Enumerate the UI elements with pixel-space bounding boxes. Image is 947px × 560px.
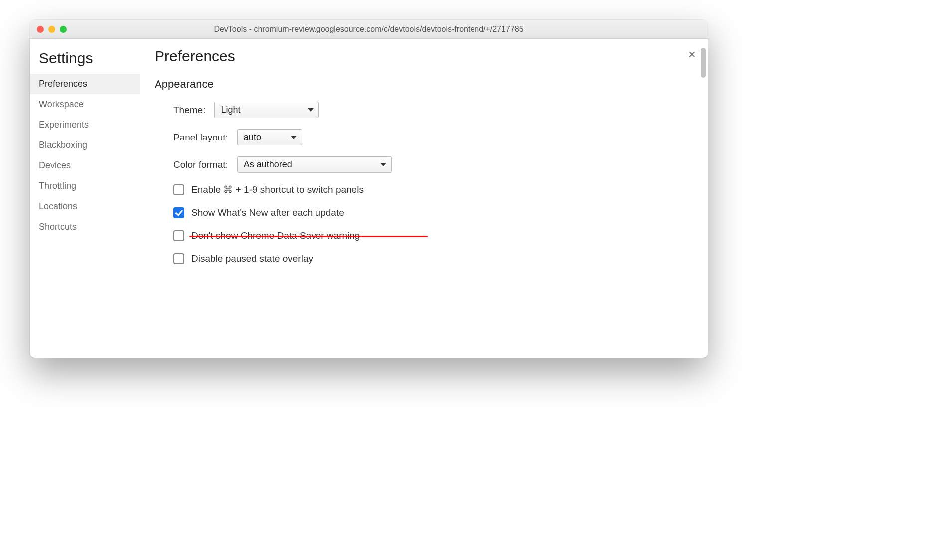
checkbox-whats-new[interactable] [173,207,184,218]
titlebar: DevTools - chromium-review.googlesource.… [30,20,708,39]
sidebar-item-locations[interactable]: Locations [30,196,140,217]
chevron-down-icon [291,136,297,139]
check-whats-new: Show What's New after each update [173,207,693,218]
sidebar-item-shortcuts[interactable]: Shortcuts [30,217,140,237]
theme-label: Theme: [173,105,205,116]
settings-main: Preferences Appearance Theme: Light Pane… [140,39,708,358]
sidebar-item-devices[interactable]: Devices [30,155,140,176]
check-data-saver: Don't show Chrome Data Saver warning [173,230,418,241]
sidebar-item-workspace[interactable]: Workspace [30,94,140,115]
color-format-select[interactable]: As authored [237,156,392,173]
zoom-window-icon[interactable] [60,26,67,33]
sidebar-title: Settings [30,49,140,74]
checkbox-paused-overlay[interactable] [173,253,184,264]
sidebar-item-preferences[interactable]: Preferences [30,74,140,94]
strike-annotation [189,236,428,237]
panel-layout-select-value: auto [244,132,261,142]
check-shortcut-panels: Enable ⌘ + 1-9 shortcut to switch panels [173,184,693,195]
theme-select[interactable]: Light [214,102,319,118]
checkbox-shortcut-panels[interactable] [173,184,184,195]
color-format-select-value: As authored [244,159,292,170]
check-paused-overlay: Disable paused state overlay [173,253,693,264]
checkbox-label: Disable paused state overlay [191,253,313,264]
window-title: DevTools - chromium-review.googlesource.… [30,25,708,34]
color-format-label: Color format: [173,159,228,170]
settings-sidebar: Settings Preferences Workspace Experimen… [30,39,140,358]
sidebar-item-blackboxing[interactable]: Blackboxing [30,135,140,155]
checkbox-label: Show What's New after each update [191,207,344,218]
devtools-window: DevTools - chromium-review.googlesource.… [30,20,708,358]
color-format-row: Color format: As authored [173,156,693,173]
theme-row: Theme: Light [173,102,693,118]
scrollbar-thumb[interactable] [701,48,706,78]
settings-content: × Settings Preferences Workspace Experim… [30,39,708,358]
sidebar-item-experiments[interactable]: Experiments [30,115,140,135]
checkbox-label: Enable ⌘ + 1-9 shortcut to switch panels [191,184,364,195]
theme-select-value: Light [221,105,240,115]
sidebar-item-throttling[interactable]: Throttling [30,176,140,196]
close-window-icon[interactable] [37,26,44,33]
panel-layout-label: Panel layout: [173,132,228,143]
traffic-lights [37,26,67,33]
checkbox-data-saver[interactable] [173,230,184,241]
panel-layout-row: Panel layout: auto [173,129,693,145]
section-appearance-title: Appearance [155,78,693,91]
page-title: Preferences [155,48,693,65]
minimize-window-icon[interactable] [48,26,55,33]
panel-layout-select[interactable]: auto [237,129,302,145]
chevron-down-icon [308,108,314,112]
chevron-down-icon [380,163,386,166]
